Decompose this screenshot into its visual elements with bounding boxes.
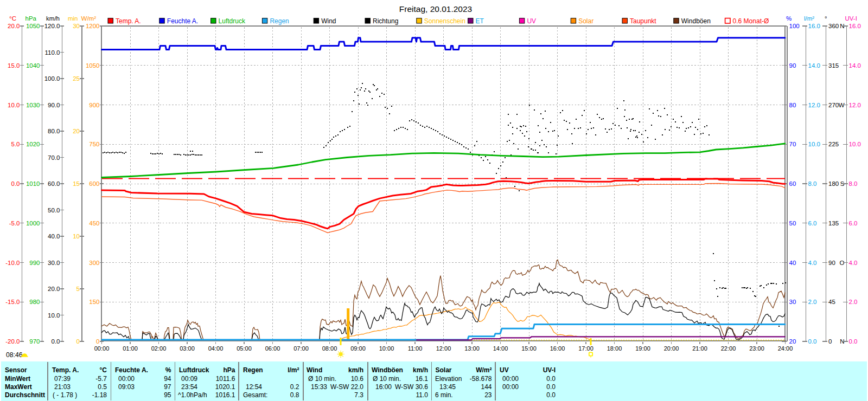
svg-text:hPa: hPa — [25, 15, 37, 22]
svg-text:0.0: 0.0 — [546, 375, 556, 383]
svg-text:12.0: 12.0 — [808, 102, 820, 108]
svg-text:km/h: km/h — [348, 366, 363, 374]
svg-text:300: 300 — [89, 260, 99, 266]
svg-text:min: min — [68, 15, 78, 22]
svg-text:80.0: 80.0 — [48, 128, 60, 134]
svg-text:94: 94 — [164, 375, 171, 383]
svg-text:16.0: 16.0 — [808, 23, 820, 29]
svg-text:120.0: 120.0 — [44, 23, 60, 29]
svg-text:4.0: 4.0 — [849, 260, 858, 266]
svg-text:14.0: 14.0 — [849, 62, 861, 69]
svg-text:( - 1.78 ): ( - 1.78 ) — [53, 391, 77, 399]
svg-text:03:00: 03:00 — [180, 345, 195, 352]
svg-text:2.0: 2.0 — [849, 299, 858, 305]
svg-text:UV-I: UV-I — [845, 15, 857, 22]
svg-text:1020: 1020 — [26, 141, 40, 147]
svg-text:0.0: 0.0 — [808, 338, 817, 345]
svg-text:5.0: 5.0 — [11, 141, 20, 147]
svg-text:1050: 1050 — [26, 23, 40, 29]
svg-text:144: 144 — [481, 383, 492, 391]
svg-text:0.6 Monat-Ø: 0.6 Monat-Ø — [733, 17, 769, 25]
svg-text:40.0: 40.0 — [48, 233, 60, 240]
svg-text:l/m²: l/m² — [288, 366, 299, 374]
svg-text:0.0: 0.0 — [52, 338, 60, 345]
svg-text:15:33: 15:33 — [311, 383, 327, 391]
svg-text:Luftdruck: Luftdruck — [179, 366, 209, 374]
svg-text:Durchschnitt: Durchschnitt — [5, 391, 45, 399]
svg-text:°C: °C — [100, 366, 107, 374]
svg-text:17:00: 17:00 — [578, 345, 593, 352]
svg-text:60: 60 — [789, 180, 796, 187]
svg-text:70: 70 — [789, 141, 796, 147]
svg-text:21:00: 21:00 — [692, 345, 707, 352]
svg-text:50.0: 50.0 — [48, 207, 60, 214]
svg-text:Feuchte A.: Feuchte A. — [115, 366, 148, 374]
svg-text:90: 90 — [789, 62, 796, 69]
svg-text:20.0: 20.0 — [48, 286, 60, 292]
svg-text:14:00: 14:00 — [493, 345, 508, 352]
svg-text:4.0: 4.0 — [808, 260, 817, 266]
svg-text:00:00: 00:00 — [502, 383, 519, 391]
svg-text:150: 150 — [89, 299, 99, 305]
svg-text:Feuchte A.: Feuchte A. — [167, 17, 198, 25]
svg-text:Luftdruck: Luftdruck — [219, 17, 246, 25]
svg-text:70.0: 70.0 — [48, 154, 60, 161]
svg-text:0: 0 — [76, 338, 80, 345]
svg-text:30: 30 — [73, 23, 80, 29]
svg-text:1016.1: 1016.1 — [215, 391, 235, 399]
svg-text:-10.0: -10.0 — [5, 260, 20, 266]
svg-text:10.0: 10.0 — [808, 141, 820, 147]
svg-text:60.0: 60.0 — [48, 180, 60, 187]
svg-text:-1.18: -1.18 — [92, 391, 107, 399]
svg-text:09:00: 09:00 — [350, 345, 366, 352]
svg-text:°C: °C — [9, 15, 16, 22]
svg-text:13:45: 13:45 — [439, 383, 456, 391]
svg-text:00:09: 00:09 — [181, 375, 197, 383]
svg-text:11.0: 11.0 — [416, 391, 429, 399]
svg-text:19:00: 19:00 — [635, 345, 650, 352]
svg-text:10: 10 — [73, 233, 80, 240]
svg-text:5: 5 — [76, 286, 80, 292]
svg-text:09:03: 09:03 — [118, 383, 135, 391]
svg-text:06:00: 06:00 — [265, 345, 280, 352]
svg-text:0.0: 0.0 — [11, 180, 20, 187]
svg-text:40: 40 — [789, 260, 796, 266]
svg-text:Wind: Wind — [321, 17, 336, 25]
svg-text:15.0: 15.0 — [8, 62, 20, 69]
svg-text:24:00: 24:00 — [778, 345, 793, 352]
svg-text:990: 990 — [29, 260, 40, 266]
svg-text:14.0: 14.0 — [808, 62, 820, 69]
svg-text:W/m²: W/m² — [476, 366, 492, 374]
svg-text:45: 45 — [828, 299, 835, 305]
svg-text:0.2: 0.2 — [290, 383, 299, 391]
svg-text:0.5: 0.5 — [98, 383, 107, 391]
svg-text:0.0: 0.0 — [546, 391, 556, 399]
svg-text:21:03: 21:03 — [54, 383, 71, 391]
svg-text:-5.7: -5.7 — [95, 375, 107, 383]
svg-text:00:00: 00:00 — [118, 375, 135, 383]
svg-text:97: 97 — [164, 383, 171, 391]
svg-text:Regen: Regen — [270, 17, 289, 25]
svg-text:12:54: 12:54 — [246, 383, 262, 391]
svg-text:1030: 1030 — [26, 102, 40, 108]
svg-text:MinWert: MinWert — [5, 375, 30, 383]
svg-text:10.0: 10.0 — [849, 141, 861, 147]
svg-text:-15.0: -15.0 — [5, 299, 20, 305]
svg-text:04:00: 04:00 — [208, 345, 224, 352]
svg-text:Sensor: Sensor — [5, 366, 27, 374]
svg-text:Taupunkt: Taupunkt — [630, 17, 656, 25]
svg-text:1050: 1050 — [86, 62, 100, 69]
svg-text:900: 900 — [89, 102, 99, 108]
svg-text:15: 15 — [73, 180, 80, 187]
svg-text:1200: 1200 — [86, 23, 100, 29]
svg-text:l/m²: l/m² — [804, 15, 814, 22]
svg-text:1011.6: 1011.6 — [216, 375, 235, 383]
svg-text:MaxWert: MaxWert — [5, 383, 32, 391]
svg-text:10.0: 10.0 — [8, 102, 20, 108]
svg-text:18:00: 18:00 — [607, 345, 622, 352]
svg-text:1000: 1000 — [26, 220, 40, 227]
svg-text:23:54: 23:54 — [181, 383, 197, 391]
svg-text:Elevation: Elevation — [435, 375, 462, 383]
svg-text:Temp. A.: Temp. A. — [116, 17, 141, 25]
svg-text:450: 450 — [89, 220, 99, 227]
